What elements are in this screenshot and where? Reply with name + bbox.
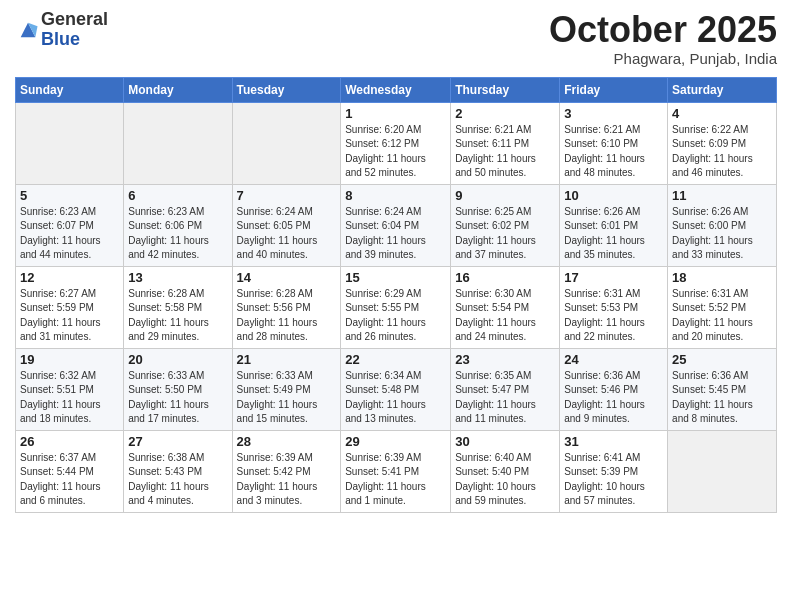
calendar-week-row: 1Sunrise: 6:20 AMSunset: 6:12 PMDaylight… <box>16 102 777 184</box>
day-number: 9 <box>455 188 555 203</box>
day-info: Sunrise: 6:41 AMSunset: 5:39 PMDaylight:… <box>564 451 663 509</box>
day-info: Sunrise: 6:40 AMSunset: 5:40 PMDaylight:… <box>455 451 555 509</box>
header-tuesday: Tuesday <box>232 77 341 102</box>
calendar-cell: 26Sunrise: 6:37 AMSunset: 5:44 PMDayligh… <box>16 430 124 512</box>
day-number: 18 <box>672 270 772 285</box>
day-info: Sunrise: 6:33 AMSunset: 5:50 PMDaylight:… <box>128 369 227 427</box>
day-number: 12 <box>20 270 119 285</box>
day-number: 3 <box>564 106 663 121</box>
header-thursday: Thursday <box>451 77 560 102</box>
calendar-cell: 11Sunrise: 6:26 AMSunset: 6:00 PMDayligh… <box>668 184 777 266</box>
day-info: Sunrise: 6:32 AMSunset: 5:51 PMDaylight:… <box>20 369 119 427</box>
day-number: 19 <box>20 352 119 367</box>
calendar-cell <box>16 102 124 184</box>
calendar-cell: 17Sunrise: 6:31 AMSunset: 5:53 PMDayligh… <box>560 266 668 348</box>
day-info: Sunrise: 6:21 AMSunset: 6:11 PMDaylight:… <box>455 123 555 181</box>
calendar-cell: 15Sunrise: 6:29 AMSunset: 5:55 PMDayligh… <box>341 266 451 348</box>
day-number: 5 <box>20 188 119 203</box>
logo-blue-text: Blue <box>41 29 80 49</box>
header-wednesday: Wednesday <box>341 77 451 102</box>
logo: General Blue <box>15 10 108 50</box>
day-info: Sunrise: 6:36 AMSunset: 5:45 PMDaylight:… <box>672 369 772 427</box>
calendar-week-row: 19Sunrise: 6:32 AMSunset: 5:51 PMDayligh… <box>16 348 777 430</box>
day-number: 20 <box>128 352 227 367</box>
day-number: 2 <box>455 106 555 121</box>
calendar-week-row: 26Sunrise: 6:37 AMSunset: 5:44 PMDayligh… <box>16 430 777 512</box>
day-info: Sunrise: 6:26 AMSunset: 6:01 PMDaylight:… <box>564 205 663 263</box>
calendar-cell: 10Sunrise: 6:26 AMSunset: 6:01 PMDayligh… <box>560 184 668 266</box>
day-info: Sunrise: 6:28 AMSunset: 5:58 PMDaylight:… <box>128 287 227 345</box>
day-number: 8 <box>345 188 446 203</box>
day-info: Sunrise: 6:37 AMSunset: 5:44 PMDaylight:… <box>20 451 119 509</box>
calendar-cell: 7Sunrise: 6:24 AMSunset: 6:05 PMDaylight… <box>232 184 341 266</box>
day-number: 22 <box>345 352 446 367</box>
calendar-cell: 9Sunrise: 6:25 AMSunset: 6:02 PMDaylight… <box>451 184 560 266</box>
calendar-cell: 20Sunrise: 6:33 AMSunset: 5:50 PMDayligh… <box>124 348 232 430</box>
day-info: Sunrise: 6:20 AMSunset: 6:12 PMDaylight:… <box>345 123 446 181</box>
day-number: 31 <box>564 434 663 449</box>
day-number: 11 <box>672 188 772 203</box>
day-number: 25 <box>672 352 772 367</box>
day-info: Sunrise: 6:24 AMSunset: 6:05 PMDaylight:… <box>237 205 337 263</box>
logo-general-text: General <box>41 9 108 29</box>
month-title: October 2025 <box>549 10 777 50</box>
day-info: Sunrise: 6:31 AMSunset: 5:52 PMDaylight:… <box>672 287 772 345</box>
calendar-cell: 6Sunrise: 6:23 AMSunset: 6:06 PMDaylight… <box>124 184 232 266</box>
calendar-cell: 13Sunrise: 6:28 AMSunset: 5:58 PMDayligh… <box>124 266 232 348</box>
day-info: Sunrise: 6:36 AMSunset: 5:46 PMDaylight:… <box>564 369 663 427</box>
day-number: 24 <box>564 352 663 367</box>
day-number: 7 <box>237 188 337 203</box>
day-number: 26 <box>20 434 119 449</box>
day-number: 10 <box>564 188 663 203</box>
calendar-cell: 24Sunrise: 6:36 AMSunset: 5:46 PMDayligh… <box>560 348 668 430</box>
calendar-cell: 16Sunrise: 6:30 AMSunset: 5:54 PMDayligh… <box>451 266 560 348</box>
calendar-cell: 21Sunrise: 6:33 AMSunset: 5:49 PMDayligh… <box>232 348 341 430</box>
calendar-cell: 2Sunrise: 6:21 AMSunset: 6:11 PMDaylight… <box>451 102 560 184</box>
day-info: Sunrise: 6:28 AMSunset: 5:56 PMDaylight:… <box>237 287 337 345</box>
day-number: 1 <box>345 106 446 121</box>
day-info: Sunrise: 6:26 AMSunset: 6:00 PMDaylight:… <box>672 205 772 263</box>
day-info: Sunrise: 6:39 AMSunset: 5:41 PMDaylight:… <box>345 451 446 509</box>
day-info: Sunrise: 6:31 AMSunset: 5:53 PMDaylight:… <box>564 287 663 345</box>
day-info: Sunrise: 6:39 AMSunset: 5:42 PMDaylight:… <box>237 451 337 509</box>
calendar-cell: 12Sunrise: 6:27 AMSunset: 5:59 PMDayligh… <box>16 266 124 348</box>
calendar-cell: 3Sunrise: 6:21 AMSunset: 6:10 PMDaylight… <box>560 102 668 184</box>
calendar-cell: 30Sunrise: 6:40 AMSunset: 5:40 PMDayligh… <box>451 430 560 512</box>
header-sunday: Sunday <box>16 77 124 102</box>
calendar-cell: 8Sunrise: 6:24 AMSunset: 6:04 PMDaylight… <box>341 184 451 266</box>
calendar-cell: 28Sunrise: 6:39 AMSunset: 5:42 PMDayligh… <box>232 430 341 512</box>
day-info: Sunrise: 6:29 AMSunset: 5:55 PMDaylight:… <box>345 287 446 345</box>
title-block: October 2025 Phagwara, Punjab, India <box>549 10 777 67</box>
day-number: 23 <box>455 352 555 367</box>
day-info: Sunrise: 6:38 AMSunset: 5:43 PMDaylight:… <box>128 451 227 509</box>
day-number: 28 <box>237 434 337 449</box>
calendar-week-row: 12Sunrise: 6:27 AMSunset: 5:59 PMDayligh… <box>16 266 777 348</box>
header-saturday: Saturday <box>668 77 777 102</box>
day-number: 14 <box>237 270 337 285</box>
day-info: Sunrise: 6:30 AMSunset: 5:54 PMDaylight:… <box>455 287 555 345</box>
header: General Blue October 2025 Phagwara, Punj… <box>15 10 777 67</box>
day-number: 29 <box>345 434 446 449</box>
logo-icon <box>17 19 39 41</box>
day-info: Sunrise: 6:21 AMSunset: 6:10 PMDaylight:… <box>564 123 663 181</box>
day-info: Sunrise: 6:25 AMSunset: 6:02 PMDaylight:… <box>455 205 555 263</box>
day-info: Sunrise: 6:23 AMSunset: 6:06 PMDaylight:… <box>128 205 227 263</box>
calendar-cell: 23Sunrise: 6:35 AMSunset: 5:47 PMDayligh… <box>451 348 560 430</box>
day-number: 21 <box>237 352 337 367</box>
calendar-cell: 29Sunrise: 6:39 AMSunset: 5:41 PMDayligh… <box>341 430 451 512</box>
calendar-cell: 18Sunrise: 6:31 AMSunset: 5:52 PMDayligh… <box>668 266 777 348</box>
calendar-cell: 5Sunrise: 6:23 AMSunset: 6:07 PMDaylight… <box>16 184 124 266</box>
day-number: 6 <box>128 188 227 203</box>
day-info: Sunrise: 6:27 AMSunset: 5:59 PMDaylight:… <box>20 287 119 345</box>
calendar-cell: 22Sunrise: 6:34 AMSunset: 5:48 PMDayligh… <box>341 348 451 430</box>
calendar-cell: 4Sunrise: 6:22 AMSunset: 6:09 PMDaylight… <box>668 102 777 184</box>
calendar-cell: 31Sunrise: 6:41 AMSunset: 5:39 PMDayligh… <box>560 430 668 512</box>
day-info: Sunrise: 6:22 AMSunset: 6:09 PMDaylight:… <box>672 123 772 181</box>
day-number: 16 <box>455 270 555 285</box>
calendar-cell: 19Sunrise: 6:32 AMSunset: 5:51 PMDayligh… <box>16 348 124 430</box>
day-number: 13 <box>128 270 227 285</box>
calendar-container: General Blue October 2025 Phagwara, Punj… <box>0 0 792 528</box>
calendar-cell <box>124 102 232 184</box>
calendar-cell <box>232 102 341 184</box>
header-monday: Monday <box>124 77 232 102</box>
